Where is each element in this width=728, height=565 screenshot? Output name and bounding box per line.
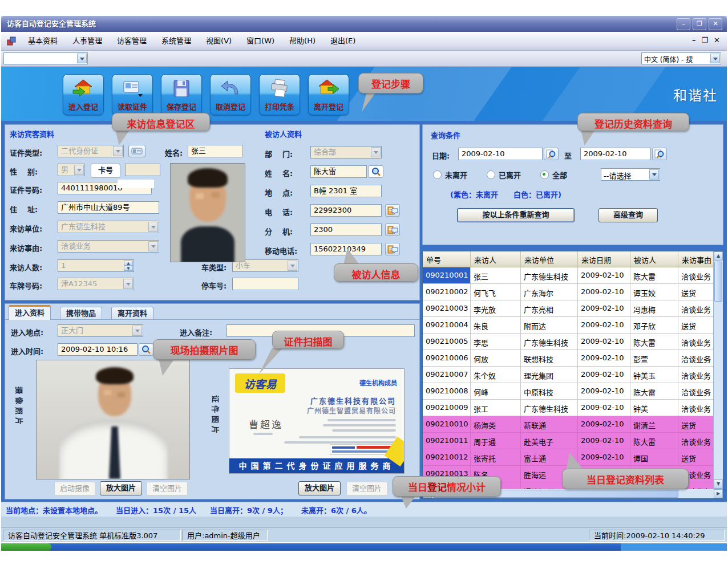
clear-photo-button[interactable]: 清空图片 (147, 482, 188, 495)
phone-field[interactable]: 22992300 (310, 204, 382, 217)
visitor-count-stepper[interactable]: 1 ▲▼ (58, 259, 134, 272)
cert-type-combo[interactable]: 二代身份证 (58, 145, 124, 157)
column-header[interactable]: 来访人 (471, 251, 521, 267)
menu-item[interactable]: 窗口(W) (239, 32, 282, 50)
table-row[interactable]: 090210001张三广东德生科技2009-02-10陈大雷洽谈业务 (423, 267, 713, 284)
language-combo[interactable]: 中文 (简体) - 搜 (641, 52, 721, 64)
visit-company-combo[interactable]: 广东德生科技 (58, 221, 159, 233)
minimize-button[interactable]: – (677, 18, 690, 30)
radio-未离开[interactable]: 未离开 (433, 169, 467, 180)
date-to-picker-button[interactable] (652, 148, 667, 160)
table-row[interactable]: 090210008何峰中原科技2009-02-10陈大雷洽谈业务 (423, 383, 713, 400)
menu-item[interactable]: 访客管理 (110, 32, 154, 50)
chevron-down-icon[interactable] (710, 54, 720, 63)
date-from-picker-button[interactable] (544, 148, 559, 160)
card-number-button[interactable]: 卡号 (91, 164, 120, 178)
start-button-strip[interactable] (1, 543, 51, 551)
table-row[interactable]: 090210006何放联想科技2009-02-10彭萱洽谈业务 (423, 350, 713, 367)
chevron-down-icon[interactable] (288, 261, 297, 271)
scroll-down-icon[interactable]: ▼ (714, 479, 723, 489)
dept-combo[interactable]: 综合部 (310, 146, 382, 158)
location-field[interactable]: B幢 2301 室 (310, 185, 382, 197)
chevron-down-icon[interactable] (113, 146, 123, 156)
mdi-minimize-button[interactable]: – (692, 36, 696, 44)
scroll-up-icon[interactable]: ▲ (714, 251, 723, 261)
entry-time-picker-button[interactable] (139, 343, 153, 356)
entry-time-field[interactable]: 2009-02-10 10:16 (58, 343, 137, 356)
gender-combo[interactable]: 男 (58, 164, 85, 176)
date-from-field[interactable]: 2009-02-10 (458, 148, 543, 160)
cancel-register-button[interactable]: 取消登记 (210, 74, 251, 115)
column-header[interactable]: 单号 (423, 251, 471, 267)
table-row[interactable]: 090210011周于通赴美电子2009-02-10陈大雷洽谈业务 (423, 433, 713, 449)
radio-全部[interactable]: 全部 (540, 169, 567, 180)
chevron-down-icon[interactable] (123, 279, 133, 289)
interviewee-name-field[interactable]: 陈大雷 (310, 165, 367, 178)
ext-field[interactable]: 2300 (310, 223, 382, 236)
plate-number-combo[interactable]: 津A12345 (58, 278, 134, 290)
parking-number-field[interactable] (232, 278, 298, 290)
menu-item[interactable]: 视图(V) (199, 32, 239, 50)
zoom-card-button[interactable]: 放大图片 (298, 481, 341, 495)
tab-leave-info[interactable]: 离开资料 (111, 307, 153, 320)
restore-button[interactable]: ❐ (693, 18, 706, 30)
scroll-right-icon[interactable]: ▶ (714, 489, 723, 498)
visit-reason-combo[interactable]: 洽谈业务 (58, 240, 159, 253)
mdi-restore-button[interactable]: ❐ (701, 36, 708, 44)
column-header[interactable]: 来访事由 (678, 251, 713, 267)
menu-item[interactable]: 基本资料 (21, 32, 65, 50)
entry-location-combo[interactable]: 正大门 (58, 324, 143, 337)
column-header[interactable]: 来访单位 (521, 251, 578, 267)
visitor-name-field[interactable]: 张三 (188, 145, 243, 157)
chevron-down-icon[interactable] (148, 241, 158, 251)
start-camera-button[interactable]: 启动摄像 (54, 482, 95, 495)
mobile-notify-button[interactable] (385, 243, 400, 255)
menu-item[interactable]: 系统管理 (154, 32, 199, 50)
table-row[interactable]: 090210002何飞飞广东海尔2009-02-10谭玉姣送货 (423, 284, 713, 300)
chevron-down-icon[interactable] (649, 169, 659, 180)
read-card-button[interactable]: 读取证件 (112, 74, 153, 115)
menu-item[interactable]: 帮助(H) (282, 32, 323, 50)
mobile-field[interactable]: 15602210349 (310, 243, 382, 255)
requery-button[interactable]: 按以上条件重新查询 (457, 208, 575, 222)
table-row[interactable]: 090210004朱良附而达2009-02-10邓子欣送货 (423, 317, 713, 334)
enter-register-button[interactable]: 进入登记 (63, 74, 104, 115)
ext-notify-button[interactable] (385, 223, 400, 236)
address-field[interactable]: 广州市中山大道89号 (58, 201, 159, 214)
table-row[interactable]: 090210010杨海类新联通2009-02-10谢清兰送货 (423, 416, 713, 433)
chevron-down-icon[interactable] (148, 222, 158, 232)
card-number-field[interactable] (125, 164, 160, 176)
chevron-down-icon[interactable] (77, 54, 87, 63)
tab-carried-items[interactable]: 携带物品 (60, 307, 102, 320)
zoom-photo-button[interactable]: 放大图片 (100, 481, 142, 495)
spin-down-icon[interactable]: ▼ (124, 266, 133, 271)
date-to-field[interactable]: 2009-02-10 (580, 148, 651, 160)
chevron-down-icon[interactable] (74, 165, 84, 175)
advanced-query-button[interactable]: 高级查询 (598, 208, 658, 222)
mdi-close-button[interactable]: ✕ (714, 36, 720, 44)
table-row[interactable]: 090210003李光放广东亮相2009-02-10冯惠梅洽谈业务 (423, 300, 713, 317)
print-slip-button[interactable]: 打印凭条 (259, 74, 300, 115)
chevron-down-icon[interactable] (371, 147, 381, 157)
column-header[interactable]: 来访日期 (578, 251, 630, 267)
table-row[interactable]: 090210005李思广东德生科技2009-02-10陈大雷洽谈业务 (423, 334, 713, 350)
table-row[interactable]: 090210007朱个奴理光集团2009-02-10钟美玉洽谈业务 (423, 367, 713, 383)
interviewee-search-button[interactable] (368, 165, 383, 178)
save-register-button[interactable]: 保存登记 (161, 74, 202, 115)
phone-notify-button[interactable] (385, 204, 400, 217)
menu-item[interactable]: 退出(E) (323, 32, 363, 50)
radio-已离开[interactable]: 已离开 (487, 169, 521, 180)
leave-register-button[interactable]: 离开登记 (308, 74, 349, 115)
spin-up-icon[interactable]: ▲ (124, 261, 133, 266)
chevron-down-icon[interactable] (132, 326, 142, 336)
table-row[interactable]: 090210009张工广东德生科技2009-02-10钟美洽谈业务 (423, 400, 713, 416)
vertical-scrollbar[interactable]: ▲ ▼ (713, 251, 723, 489)
column-header[interactable]: 被访人 (630, 251, 678, 267)
tab-entry-info[interactable]: 进入资料 (9, 305, 51, 320)
quick-select-combo[interactable] (3, 52, 88, 64)
status-filter-combo[interactable]: --请选择 (601, 168, 660, 181)
card-reader-button[interactable] (128, 145, 145, 157)
close-button[interactable]: ✕ (709, 18, 722, 30)
menu-item[interactable]: 人事管理 (65, 32, 110, 50)
clear-card-button[interactable]: 清空图片 (346, 482, 387, 495)
